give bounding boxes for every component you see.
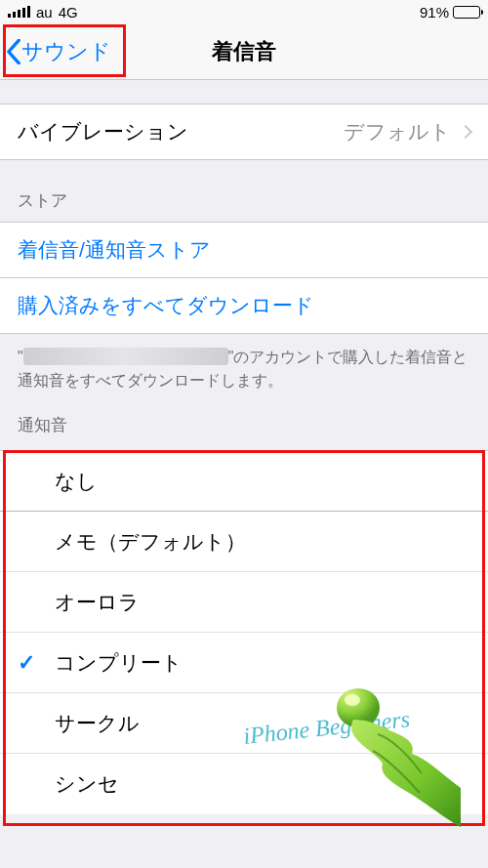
tone-store-label: 着信音/通知音ストア [18,236,211,264]
download-all-label: 購入済みをすべてダウンロード [18,292,314,319]
sound-item-label: サークル [55,710,140,737]
chevron-right-icon [459,125,472,139]
sound-item-synth[interactable]: シンセ [0,754,488,814]
sound-item-label: コンプリート [55,649,183,677]
download-all-link[interactable]: 購入済みをすべてダウンロード [0,277,488,333]
sound-item-none[interactable]: なし [0,451,488,512]
store-header: ストア [0,160,488,222]
sound-item-memo[interactable]: メモ（デフォルト） [0,512,488,572]
checkmark-icon: ✓ [18,650,35,676]
back-label: サウンド [21,37,111,66]
sound-item-label: シンセ [55,770,119,798]
network-label: 4G [59,4,78,21]
battery-percent: 91% [420,4,449,21]
sound-item-aurora[interactable]: オーロラ [0,572,488,633]
signal-icon [8,6,30,18]
vibration-value: デフォルト [344,118,451,145]
footer-prefix: " [18,349,23,365]
battery-icon [453,6,480,19]
sound-item-label: メモ（デフォルト） [55,528,246,556]
chevron-left-icon [6,39,21,64]
back-button[interactable]: サウンド [6,37,111,66]
status-bar: au 4G 91% [0,0,488,23]
vibration-label: バイブレーション [18,118,188,145]
sound-item-label: オーロラ [55,589,140,616]
sound-list: なし メモ（デフォルト） オーロラ ✓ コンプリート サークル シンセ [0,450,488,814]
redacted-account [23,348,228,365]
sounds-header: 通知音 [0,400,488,446]
carrier-label: au [36,4,53,21]
sound-item-circle[interactable]: サークル [0,693,488,754]
vibration-cell[interactable]: バイブレーション デフォルト [0,104,488,159]
sound-item-label: なし [55,468,98,495]
tone-store-link[interactable]: 着信音/通知音ストア [0,223,488,277]
sound-item-complete[interactable]: ✓ コンプリート [0,633,488,693]
nav-bar: サウンド 着信音 [0,23,488,80]
store-footer: ""のアカウントで購入した着信音と通知音をすべてダウンロードします。 [0,334,488,400]
vibration-group: バイブレーション デフォルト [0,103,488,160]
store-group: 着信音/通知音ストア 購入済みをすべてダウンロード [0,222,488,334]
page-title: 着信音 [212,37,276,66]
